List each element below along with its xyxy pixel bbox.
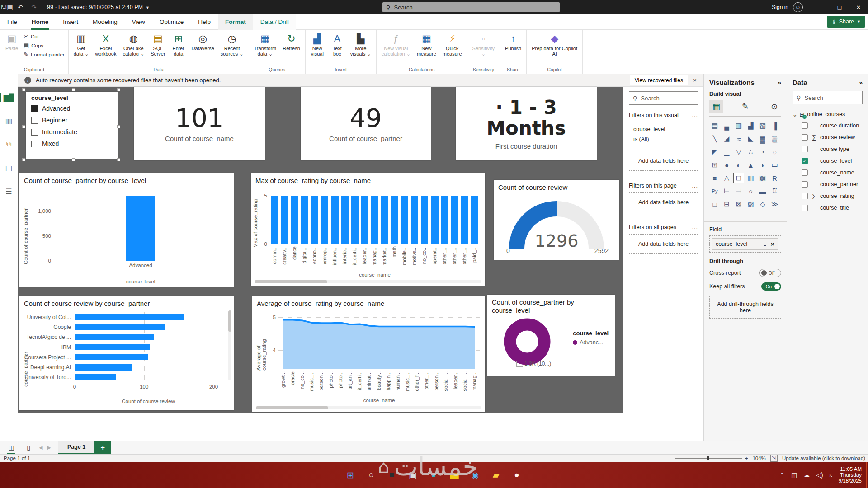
- mobile-layout-icon[interactable]: ▯: [23, 442, 34, 453]
- remove-field-icon[interactable]: ✕: [770, 241, 775, 248]
- selection-handle[interactable]: [72, 158, 75, 161]
- bar-digital-[interactable]: [301, 196, 308, 244]
- add-data-fields-dropzone[interactable]: Add data fields here: [629, 234, 698, 254]
- bar-comm-[interactable]: [271, 196, 278, 244]
- selection-handle[interactable]: [72, 88, 75, 91]
- bar-operat-[interactable]: [431, 196, 439, 244]
- column-chart-partner-by-level[interactable]: Count of course_partner by course_level0…: [19, 173, 234, 287]
- checkbox-checked[interactable]: [31, 105, 38, 112]
- donut-visual-icon[interactable]: ◌: [769, 146, 780, 157]
- zoom-slider-thumb[interactable]: [707, 456, 709, 460]
- task-view-taskbar-icon[interactable]: ▣: [406, 468, 420, 482]
- bar-interio-[interactable]: [341, 196, 349, 244]
- save-icon[interactable]: 🖫︎▤: [0, 4, 14, 11]
- line-stacked-column-visual-icon[interactable]: ▓: [757, 133, 768, 144]
- maximize-button[interactable]: ◻: [830, 0, 849, 14]
- document-title[interactable]: 99 · Last saved: 9/10/2025 at 2:40 PM▼: [47, 4, 150, 10]
- undo-icon[interactable]: ↶: [14, 4, 27, 11]
- zoom-out-icon[interactable]: -: [670, 455, 672, 461]
- bar-other-[interactable]: [441, 196, 448, 244]
- slicer-item-beginner[interactable]: Beginner: [31, 117, 112, 124]
- new-button[interactable]: ▟New visual: [307, 32, 327, 58]
- keep-all-filters-toggle[interactable]: On: [761, 282, 781, 291]
- vertical-scrollbar[interactable]: [228, 310, 231, 380]
- bar-dance[interactable]: [291, 196, 298, 244]
- zoom-slider[interactable]: - +: [670, 455, 748, 461]
- slicer-item-mixed[interactable]: Mixed: [31, 140, 112, 147]
- selection-handle[interactable]: [22, 125, 25, 128]
- 100-stacked-column-visual-icon[interactable]: ▐: [769, 120, 780, 131]
- slicer-item-intermediate[interactable]: Intermediate: [31, 128, 112, 136]
- scrollbar-thumb[interactable]: [255, 280, 327, 283]
- view-recovered-files-button[interactable]: View recovered files: [630, 75, 688, 85]
- onedrive-icon[interactable]: ☁: [803, 471, 810, 479]
- language-indicator[interactable]: ε: [830, 471, 832, 479]
- add-data-fields-dropzone[interactable]: Add data fields here: [629, 192, 698, 212]
- model-view-icon[interactable]: ⧉: [3, 138, 15, 150]
- share-button[interactable]: ⇪Share▼: [827, 16, 865, 28]
- clustered-bar-visual-icon[interactable]: ▥: [733, 120, 744, 131]
- selection-handle[interactable]: [117, 158, 120, 161]
- selection-handle[interactable]: [117, 125, 120, 128]
- ribbon-tab-modeling[interactable]: Modeling: [85, 14, 125, 30]
- 100-stacked-area-visual-icon[interactable]: ◣: [745, 133, 756, 144]
- power-automate-filter-visual-icon[interactable]: ⊠: [733, 199, 744, 210]
- clustered-column-visual-icon[interactable]: ▟: [745, 120, 756, 131]
- edge-browser-taskbar-icon[interactable]: ◕: [427, 468, 440, 482]
- python-visual-icon[interactable]: Py: [709, 186, 720, 197]
- fit-to-page-icon[interactable]: ⇲: [770, 455, 778, 462]
- text-button[interactable]: AText box: [327, 32, 347, 58]
- update-available-link[interactable]: Update available (click to download): [782, 455, 865, 461]
- ribbon-tab-insert[interactable]: Insert: [56, 14, 85, 30]
- tray-chevron-icon[interactable]: ⌃: [779, 471, 785, 479]
- tmdl-view-icon[interactable]: ☰: [3, 185, 15, 197]
- checkbox-unchecked[interactable]: [802, 181, 808, 188]
- search-taskbar-icon[interactable]: ○: [364, 468, 378, 482]
- collapse-pane-icon[interactable]: »: [778, 79, 781, 86]
- field-course-name[interactable]: course_name: [802, 169, 863, 176]
- drill-through-dropzone[interactable]: Add drill-through fields here: [709, 296, 781, 319]
- bar-Advanced[interactable]: [126, 196, 155, 261]
- bar-entrep-[interactable]: [321, 196, 329, 244]
- card-visual-icon[interactable]: ▭: [769, 160, 780, 170]
- field-course-rating[interactable]: ∑course_rating: [802, 193, 863, 199]
- new-button[interactable]: ▦New measure: [414, 32, 439, 58]
- ribbon-tab-optimize[interactable]: Optimize: [152, 14, 191, 30]
- gauge-count-of-course-review[interactable]: Count of course review129602592: [494, 180, 619, 260]
- horizontal-scrollbar[interactable]: [256, 406, 481, 409]
- slicer-course-level[interactable]: course_levelAdvancedBeginnerIntermediate…: [26, 92, 118, 159]
- cut-button[interactable]: ✂Cut: [22, 33, 66, 40]
- card-visual[interactable]: 49Count of course_partner: [301, 87, 431, 160]
- bar-creativ-[interactable]: [281, 196, 288, 244]
- next-page-icon[interactable]: ▶: [47, 445, 51, 450]
- decomposition-tree-visual-icon[interactable]: ⊣: [733, 186, 744, 197]
- legend-item-advanced[interactable]: Advanc...: [573, 339, 609, 346]
- prep-data-for-copilot-button[interactable]: ◆Prep data for Copilot AI: [528, 32, 580, 58]
- checkbox-unchecked[interactable]: [802, 134, 808, 141]
- table-online-courses[interactable]: ⌄ ⊞✓ online_courses: [793, 111, 863, 118]
- report-visual-icon[interactable]: □: [709, 199, 720, 210]
- dax-query-view-icon[interactable]: ▤: [3, 162, 15, 174]
- add-data-fields-dropzone[interactable]: Add data fields here: [629, 151, 698, 171]
- dataverse-button[interactable]: ◎Dataverse: [189, 32, 217, 52]
- account-avatar[interactable]: ☺: [793, 2, 803, 12]
- network-icon[interactable]: ◫: [791, 471, 797, 479]
- stacked-area-visual-icon[interactable]: ≈: [733, 133, 744, 144]
- bar-Tecnol-gico-de-[interactable]: [75, 334, 154, 340]
- paginated-report-visual-icon[interactable]: ▬: [757, 186, 768, 197]
- transform-button[interactable]: ▦Transform data ⌄: [251, 32, 280, 58]
- terminal-taskbar-icon[interactable]: ■: [385, 468, 399, 482]
- publish-button[interactable]: ↑Publish: [502, 32, 524, 52]
- chevron-expand-icon[interactable]: ⌄: [793, 111, 797, 118]
- scrollbar-thumb[interactable]: [256, 406, 328, 409]
- browser-taskbar-icon[interactable]: ●: [510, 468, 524, 482]
- new-page-button[interactable]: +: [94, 441, 111, 455]
- more-button[interactable]: ▙More visuals ⌄: [347, 32, 374, 58]
- cross-report-toggle[interactable]: Off: [760, 269, 781, 277]
- get-button[interactable]: ▥Get data ⌄: [71, 32, 92, 58]
- stacked-bar-visual-icon[interactable]: ▤: [709, 120, 720, 131]
- format-painter-button[interactable]: ✎Format painter: [22, 51, 66, 58]
- map-visual-icon[interactable]: ●: [722, 160, 732, 170]
- start-taskbar-icon[interactable]: ⊞: [344, 468, 357, 482]
- card-visual[interactable]: 101Count of course_name: [134, 87, 265, 160]
